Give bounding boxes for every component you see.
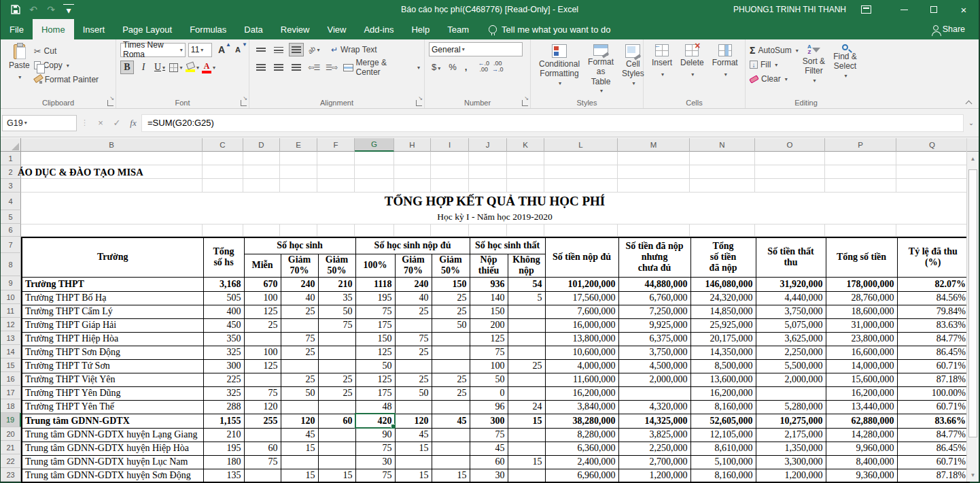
cell[interactable]: 8,280,000 [545, 428, 618, 442]
header-truong[interactable]: Trường [22, 237, 203, 277]
cell[interactable]: 30 [355, 455, 395, 469]
cell[interactable]: 288 [203, 400, 244, 414]
cell[interactable] [280, 179, 317, 193]
cell[interactable]: Trung tâm GDNN-GDTX huyện Lục Nam [22, 455, 203, 469]
orientation-button[interactable]: ab [307, 43, 321, 56]
header-giam70-b[interactable]: Giảm 70% [395, 254, 432, 277]
column-header[interactable]: D [243, 138, 280, 152]
cell[interactable] [432, 400, 470, 414]
collapse-ribbon-icon[interactable] [966, 99, 972, 105]
cell[interactable]: 1118 [355, 277, 395, 291]
enter-icon[interactable]: ✓ [109, 118, 125, 128]
cell[interactable]: Trường THPT Yên Dũng [22, 386, 203, 400]
cell[interactable]: 11,600,000 [545, 373, 618, 386]
cell[interactable]: 20,175,000 [690, 332, 756, 346]
header-nop-thieu[interactable]: Nộp thiếu [470, 254, 508, 277]
cell[interactable]: 15 [508, 414, 545, 428]
cell[interactable]: 23,800,000 [826, 332, 897, 346]
redo-icon[interactable]: ↷ [46, 4, 56, 15]
find-select-button[interactable]: Find & Select [829, 42, 861, 96]
tab-home[interactable]: Home [33, 19, 74, 39]
row-header[interactable]: 8 [1, 253, 21, 276]
cell[interactable]: 6,960,000 [545, 469, 618, 482]
cell[interactable]: 225 [203, 373, 244, 386]
cell[interactable]: 325 [203, 346, 244, 359]
cell[interactable]: 45 [432, 414, 470, 428]
cell[interactable] [508, 318, 545, 332]
cell[interactable] [244, 373, 281, 386]
column-header[interactable]: C [203, 138, 243, 152]
row-header[interactable]: 11 [1, 304, 21, 318]
cell[interactable]: 3,625,000 [756, 332, 826, 346]
cell[interactable]: 25 [318, 386, 355, 400]
cell[interactable]: 2,400,000 [545, 455, 618, 469]
insert-function-icon[interactable]: fx [125, 118, 141, 129]
save-icon[interactable] [10, 4, 21, 15]
scroll-thumb[interactable] [968, 169, 977, 437]
cell[interactable]: 450 [203, 318, 244, 332]
cell[interactable] [243, 224, 280, 237]
cell[interactable]: 125 [244, 359, 281, 373]
shrink-font-button[interactable]: A▼ [231, 43, 245, 56]
delete-cells-button[interactable]: Delete [676, 42, 708, 96]
format-as-table-button[interactable]: Format as Table [584, 42, 618, 96]
paste-button[interactable]: Paste [5, 42, 34, 96]
cell[interactable]: Trường THPT Việt Yên [22, 373, 203, 386]
cell[interactable] [896, 165, 968, 179]
cell[interactable]: Trường THPT Giáp Hải [22, 318, 203, 332]
cell[interactable]: 101,200,000 [545, 277, 618, 291]
cell[interactable]: 31,000,000 [826, 318, 897, 332]
cell[interactable]: 84.56% [897, 291, 969, 305]
cell[interactable]: 1,350,000 [756, 442, 826, 455]
cell[interactable]: 15 [395, 442, 432, 455]
cell[interactable]: 14,850,000 [690, 305, 756, 318]
header-that-thu[interactable]: Số tiền thất thu [756, 237, 826, 277]
cell[interactable]: 100 [244, 291, 281, 305]
cell[interactable] [395, 359, 432, 373]
cell[interactable]: 83.63% [897, 318, 969, 332]
cell[interactable] [394, 152, 431, 165]
cell[interactable]: Trung tâm GDNN-GDTX huyện Hiệp Hòa [22, 442, 203, 455]
cell[interactable] [755, 224, 825, 237]
cell[interactable]: 15 [281, 469, 318, 482]
cell[interactable]: 30 [470, 469, 508, 482]
cell[interactable]: 87.18% [897, 373, 969, 386]
cell[interactable]: 45 [470, 442, 508, 455]
column-header[interactable]: E [280, 138, 317, 152]
cell[interactable]: 75 [244, 455, 281, 469]
cell[interactable]: 300 [203, 359, 244, 373]
cell[interactable] [355, 224, 394, 237]
cell[interactable]: 45 [395, 428, 432, 442]
cell[interactable]: 670 [244, 277, 281, 291]
cell[interactable] [355, 179, 394, 193]
header-tong-so-tien[interactable]: Tổng số tiền [826, 237, 897, 277]
cell[interactable]: 7,600,000 [545, 305, 618, 318]
cell[interactable] [755, 152, 825, 165]
cell[interactable] [281, 400, 318, 414]
column-header[interactable]: J [469, 138, 507, 152]
cell[interactable]: 100 [470, 359, 508, 373]
cell[interactable]: 5,075,000 [756, 318, 826, 332]
ribbon-display-options-icon[interactable] [861, 5, 871, 14]
cell[interactable]: 1,155 [203, 414, 244, 428]
tab-view[interactable]: View [318, 19, 355, 39]
cell[interactable] [690, 152, 755, 165]
cell[interactable]: 13,600,000 [690, 373, 756, 386]
increase-indent-icon[interactable]: ☰⇨ [324, 61, 339, 74]
cell[interactable]: 140 [470, 291, 508, 305]
cell[interactable]: 14,350,000 [690, 346, 756, 359]
cell[interactable]: 13,440,000 [826, 400, 897, 414]
cell[interactable] [690, 179, 755, 193]
cell[interactable] [690, 224, 755, 237]
column-header[interactable]: Q [896, 138, 968, 152]
cell[interactable]: 25 [395, 305, 432, 318]
cell[interactable]: Trường THPT [22, 277, 203, 291]
cell[interactable] [203, 152, 243, 165]
cell[interactable] [432, 455, 470, 469]
cell[interactable]: 60 [244, 442, 281, 455]
cell[interactable]: 6,375,000 [618, 332, 690, 346]
row-header[interactable]: 15 [1, 359, 21, 372]
decrease-decimal-icon[interactable]: .00→.0 [492, 61, 504, 73]
cell[interactable] [280, 224, 317, 237]
cell[interactable] [469, 224, 507, 237]
